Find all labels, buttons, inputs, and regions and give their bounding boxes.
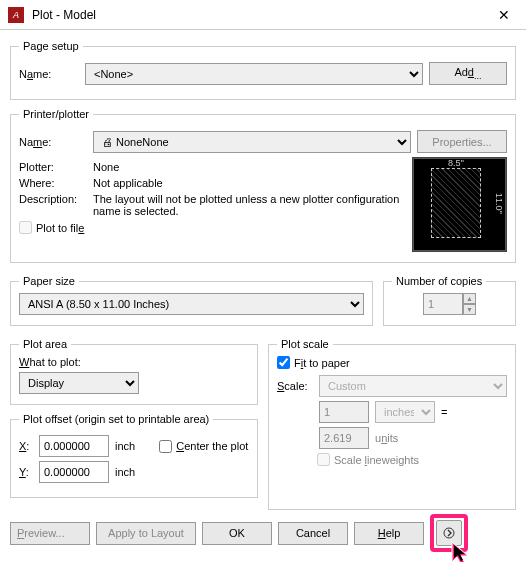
- page-setup-name-label: Name:: [19, 68, 79, 80]
- plot-to-file-checkbox: [19, 221, 32, 234]
- fit-to-paper-checkbox[interactable]: [277, 356, 290, 369]
- what-to-plot-select[interactable]: Display: [19, 372, 139, 394]
- plotter-value: None: [93, 161, 119, 173]
- add-button[interactable]: Add...: [429, 62, 507, 85]
- preview-height-label: 11.0'': [494, 168, 504, 238]
- copies-down: ▼: [463, 304, 476, 315]
- y-label: Y:: [19, 466, 33, 478]
- desc-value: The layout will not be plotted unless a …: [93, 193, 404, 217]
- equals-label: =: [441, 406, 447, 418]
- printer-name-select[interactable]: 🖨 NoneNone: [93, 131, 411, 153]
- help-button[interactable]: Help: [354, 522, 424, 545]
- printer-legend: Printer/plotter: [19, 108, 93, 120]
- drawing-units-input: [319, 427, 369, 449]
- desc-label: Description:: [19, 193, 87, 205]
- preview-width-label: 8.5'': [431, 158, 481, 168]
- plot-scale-group: Plot scale Fit to paper Scale: Custom in…: [268, 338, 516, 510]
- y-unit: inch: [115, 466, 135, 478]
- plot-area-legend: Plot area: [19, 338, 71, 350]
- preview-button: Preview...: [10, 522, 90, 545]
- where-value: Not applicable: [93, 177, 163, 189]
- ok-button[interactable]: OK: [202, 522, 272, 545]
- svg-point-0: [444, 528, 454, 538]
- scale-num-input: [319, 401, 369, 423]
- close-icon[interactable]: ✕: [490, 5, 518, 25]
- properties-button: Properties...: [417, 130, 507, 153]
- apply-to-layout-button: Apply to Layout: [96, 522, 196, 545]
- x-unit: inch: [115, 440, 135, 452]
- paper-preview: 8.5'' 11.0'': [412, 157, 507, 252]
- paper-size-select[interactable]: ANSI A (8.50 x 11.00 Inches): [19, 293, 364, 315]
- plotter-label: Plotter:: [19, 161, 87, 173]
- center-plot-checkbox[interactable]: [159, 440, 172, 453]
- scale-lineweights-checkbox: [317, 453, 330, 466]
- scale-label: Scale:: [277, 380, 313, 392]
- y-input[interactable]: [39, 461, 109, 483]
- copies-group: Number of copies ▲ ▼: [383, 275, 516, 326]
- window-title: Plot - Model: [32, 8, 490, 22]
- printer-name-label: Name:: [19, 136, 87, 148]
- app-icon: A: [8, 7, 24, 23]
- cancel-button[interactable]: Cancel: [278, 522, 348, 545]
- plot-scale-legend: Plot scale: [277, 338, 333, 350]
- plot-offset-legend: Plot offset (origin set to printable are…: [19, 413, 213, 425]
- copies-input: [423, 293, 463, 315]
- plot-area-group: Plot area What to plot: Display: [10, 338, 258, 405]
- scale-select: Custom: [319, 375, 507, 397]
- chevron-right-circle-icon: [443, 527, 455, 539]
- paper-size-group: Paper size ANSI A (8.50 x 11.00 Inches): [10, 275, 373, 326]
- center-plot-label[interactable]: Center the plot: [159, 440, 248, 453]
- x-input[interactable]: [39, 435, 109, 457]
- copies-up: ▲: [463, 293, 476, 304]
- page-setup-name-select[interactable]: <None>: [85, 63, 423, 85]
- page-setup-legend: Page setup: [19, 40, 83, 52]
- titlebar: A Plot - Model ✕: [0, 0, 526, 30]
- plot-to-file-label: Plot to file: [36, 222, 84, 234]
- page-setup-group: Page setup Name: <None> Add...: [10, 40, 516, 100]
- copies-legend: Number of copies: [392, 275, 486, 287]
- plot-offset-group: Plot offset (origin set to printable are…: [10, 413, 258, 498]
- cursor-icon: [448, 540, 478, 562]
- fit-to-paper-label[interactable]: Fit to paper: [277, 356, 507, 369]
- units-label: units: [375, 432, 398, 444]
- where-label: Where:: [19, 177, 87, 189]
- printer-group: Printer/plotter Name: 🖨 NoneNone Propert…: [10, 108, 516, 263]
- what-to-plot-label: What to plot:: [19, 356, 249, 368]
- x-label: X:: [19, 440, 33, 452]
- paper-size-legend: Paper size: [19, 275, 79, 287]
- scale-lineweights-label: Scale lineweights: [317, 453, 507, 466]
- scale-unit-select: inches: [375, 401, 435, 423]
